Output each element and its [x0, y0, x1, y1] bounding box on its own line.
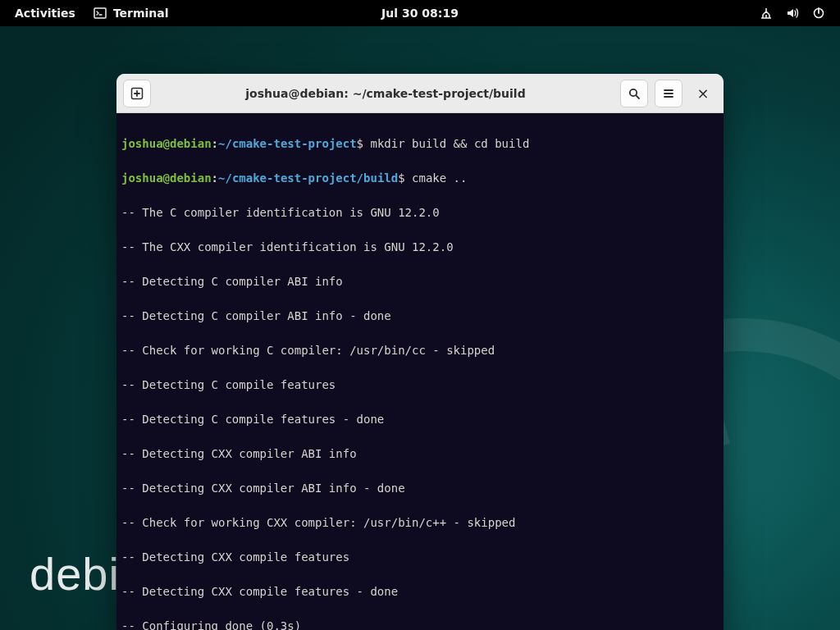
terminal-icon — [94, 7, 107, 20]
volume-icon[interactable] — [786, 7, 799, 20]
search-button[interactable] — [620, 80, 648, 107]
output-line: -- Detecting C compiler ABI info - done — [121, 308, 719, 325]
prompt-colon: : — [212, 137, 218, 150]
prompt-path: ~/cmake-test-project — [218, 137, 357, 150]
hamburger-icon — [662, 87, 675, 100]
output-line: -- Detecting CXX compile features — [121, 549, 719, 566]
close-icon: × — [696, 84, 709, 102]
output-line: -- Detecting CXX compiler ABI info — [121, 445, 719, 463]
output-line: -- Check for working CXX compiler: /usr/… — [121, 514, 719, 532]
activities-button[interactable]: Activities — [15, 7, 75, 20]
output-line: -- The CXX compiler identification is GN… — [121, 239, 719, 256]
power-icon[interactable] — [812, 7, 825, 20]
prompt-host: debian — [170, 137, 212, 150]
menu-button[interactable] — [655, 80, 682, 107]
output-line: -- The C compiler identification is GNU … — [121, 204, 719, 221]
terminal-window: joshua@debian: ~/cmake-test-project/buil… — [116, 74, 724, 630]
output-line: -- Detecting CXX compile features - done — [121, 583, 719, 600]
output-line: -- Detecting CXX compiler ABI info - don… — [121, 480, 719, 497]
output-line: -- Check for working C compiler: /usr/bi… — [121, 342, 719, 359]
plus-tab-icon — [130, 87, 144, 100]
output-line: -- Detecting C compiler ABI info — [121, 273, 719, 290]
output-line: -- Configuring done (0.3s) — [121, 618, 719, 630]
network-icon[interactable] — [760, 7, 773, 20]
svg-rect-0 — [94, 8, 106, 18]
terminal-viewport[interactable]: joshua@debian:~/cmake-test-project$ mkdi… — [116, 113, 724, 630]
new-tab-button[interactable] — [123, 80, 151, 107]
prompt-user: joshua — [121, 137, 163, 150]
current-app-name: Terminal — [113, 7, 169, 20]
close-button[interactable]: × — [689, 80, 717, 107]
output-line: -- Detecting C compile features - done — [121, 411, 719, 428]
current-app-indicator[interactable]: Terminal — [94, 7, 169, 20]
window-titlebar[interactable]: joshua@debian: ~/cmake-test-project/buil… — [116, 74, 724, 113]
cmd-text: cmake .. — [412, 171, 467, 185]
clock[interactable]: Jul 30 08:19 — [381, 7, 459, 20]
prompt-dollar: $ — [357, 137, 371, 150]
output-line: -- Detecting C compile features — [121, 377, 719, 394]
gnome-top-panel: Activities Terminal Jul 30 08:19 — [0, 0, 840, 26]
cmd-text: mkdir build && cd build — [370, 137, 529, 150]
search-icon — [628, 87, 641, 100]
window-title: joshua@debian: ~/cmake-test-project/buil… — [158, 87, 614, 100]
prompt-at: @ — [163, 137, 170, 150]
